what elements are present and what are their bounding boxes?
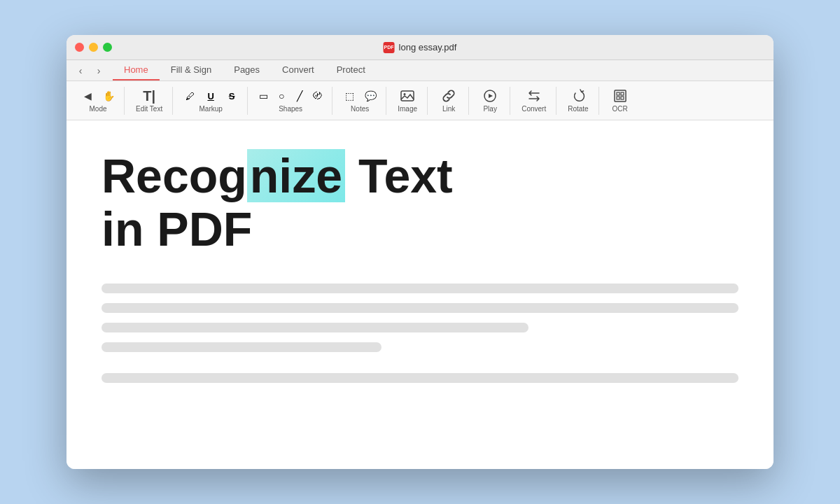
play-icon — [483, 89, 497, 103]
text-line-1 — [102, 284, 738, 293]
svg-rect-7 — [617, 97, 620, 99]
ocr-label: OCR — [612, 105, 628, 113]
edit-text-group: T| Edit Text — [126, 87, 173, 115]
app-window: PDF long essay.pdf ‹ › Home Fill & Sign … — [66, 35, 774, 469]
ellipse-tool-button[interactable]: ○ — [273, 88, 290, 104]
minimize-button[interactable] — [89, 43, 98, 52]
path-icon: 〄 — [313, 90, 323, 102]
body-text-lines — [102, 284, 738, 352]
edit-text-icon: T| — [143, 89, 155, 103]
underline-button[interactable]: U — [201, 88, 220, 104]
markup-label: Markup — [199, 105, 222, 113]
bookmark-button[interactable]: ⬚ — [340, 88, 359, 104]
text-line-3 — [102, 323, 528, 332]
link-label: Link — [442, 105, 455, 113]
toolbar: ◀ ✋ mode T| Edit Text 🖊 — [66, 81, 774, 120]
pen-tool-button[interactable]: 🖊 — [180, 88, 200, 104]
pointer-tool-button[interactable]: ◀ — [78, 88, 97, 104]
notes-label: Notes — [351, 105, 369, 113]
tab-protect[interactable]: Protect — [326, 60, 377, 80]
convert-button[interactable]: Convert — [517, 85, 550, 116]
strikethrough-icon: S — [229, 91, 235, 102]
pen-icon: 🖊 — [186, 91, 195, 102]
pdf-title-line2: in PDF — [102, 203, 738, 255]
ocr-button[interactable]: OCR — [606, 85, 634, 116]
tab-bar: ‹ › Home Fill & Sign Pages Convert Prote… — [66, 60, 774, 81]
text-line-2 — [102, 303, 738, 313]
tab-home[interactable]: Home — [113, 60, 160, 80]
content-area: Recognize Text in PDF — [66, 120, 774, 469]
text-line-4 — [102, 342, 382, 352]
play-button[interactable]: Play — [476, 85, 504, 116]
svg-point-1 — [404, 93, 406, 95]
markup-group: 🖊 U S Markup — [174, 87, 248, 115]
shapes-group: ▭ ○ ╱ 〄 Shapes — [249, 87, 332, 115]
mode-label: mode — [89, 105, 106, 113]
line-tool-button[interactable]: ╱ — [291, 88, 308, 104]
rotate-label: Rotate — [568, 105, 588, 113]
tab-fill-sign[interactable]: Fill & Sign — [160, 60, 223, 80]
ocr-icon — [613, 89, 627, 103]
link-icon — [442, 89, 456, 103]
path-tool-button[interactable]: 〄 — [309, 88, 326, 104]
line-icon: ╱ — [297, 90, 302, 102]
rotate-group: Rotate — [558, 87, 598, 115]
hand-tool-button[interactable]: ✋ — [99, 88, 118, 104]
tab-convert[interactable]: Convert — [271, 60, 326, 80]
link-button[interactable]: Link — [435, 85, 463, 116]
maximize-button[interactable] — [103, 43, 112, 52]
tab-list: Home Fill & Sign Pages Convert Protect — [113, 60, 377, 80]
convert-label: Convert — [522, 105, 546, 113]
edit-text-button[interactable]: T| Edit Text — [132, 85, 167, 116]
back-button[interactable]: ‹ — [72, 62, 89, 79]
convert-group: Convert — [512, 87, 556, 115]
title-word-text: Text — [345, 149, 453, 202]
forward-button[interactable]: › — [90, 62, 107, 79]
shapes-label: Shapes — [279, 105, 302, 113]
image-label: Image — [398, 105, 417, 113]
ellipse-icon: ○ — [279, 90, 284, 102]
rotate-icon — [571, 89, 585, 103]
body-text-lines-2 — [102, 373, 738, 383]
play-group: Play — [470, 87, 510, 115]
mode-group: ◀ ✋ mode — [72, 87, 125, 115]
pdf-title-line1: Recognize Text — [102, 148, 738, 203]
bookmark-icon: ⬚ — [345, 90, 354, 102]
image-group: Image — [388, 87, 428, 115]
svg-rect-5 — [617, 92, 620, 95]
ocr-group: OCR — [601, 87, 640, 115]
tab-pages[interactable]: Pages — [223, 60, 271, 80]
underline-icon: U — [207, 91, 214, 102]
svg-marker-3 — [489, 94, 493, 98]
rotate-button[interactable]: Rotate — [564, 85, 592, 116]
image-button[interactable]: Image — [393, 85, 421, 116]
window-title: long essay.pdf — [399, 42, 457, 52]
pdf-file-icon: PDF — [384, 42, 395, 53]
edit-text-label: Edit Text — [136, 105, 162, 113]
window-title-area: PDF long essay.pdf — [384, 42, 457, 53]
title-highlight-span: nize — [247, 149, 345, 202]
link-group: Link — [429, 87, 469, 115]
close-button[interactable] — [75, 43, 84, 52]
comment-icon: 💬 — [365, 90, 377, 102]
svg-rect-4 — [615, 90, 626, 102]
title-bar: PDF long essay.pdf — [66, 35, 774, 60]
hand-icon: ✋ — [103, 90, 115, 102]
pdf-heading: Recognize Text in PDF — [102, 148, 738, 255]
rectangle-icon: ▭ — [259, 90, 268, 102]
traffic-lights — [75, 43, 112, 52]
text-line-5 — [102, 373, 738, 383]
image-icon — [400, 89, 414, 103]
svg-rect-6 — [621, 92, 624, 95]
notes-group: ⬚ 💬 Notes — [334, 87, 386, 115]
comment-button[interactable]: 💬 — [360, 88, 380, 104]
rectangle-tool-button[interactable]: ▭ — [255, 88, 272, 104]
strikethrough-button[interactable]: S — [222, 88, 241, 104]
svg-rect-8 — [621, 97, 624, 99]
pointer-icon: ◀ — [84, 90, 92, 102]
convert-icon — [527, 89, 541, 103]
title-word-recognize-start: Recog — [102, 149, 247, 202]
play-label: Play — [483, 105, 496, 113]
